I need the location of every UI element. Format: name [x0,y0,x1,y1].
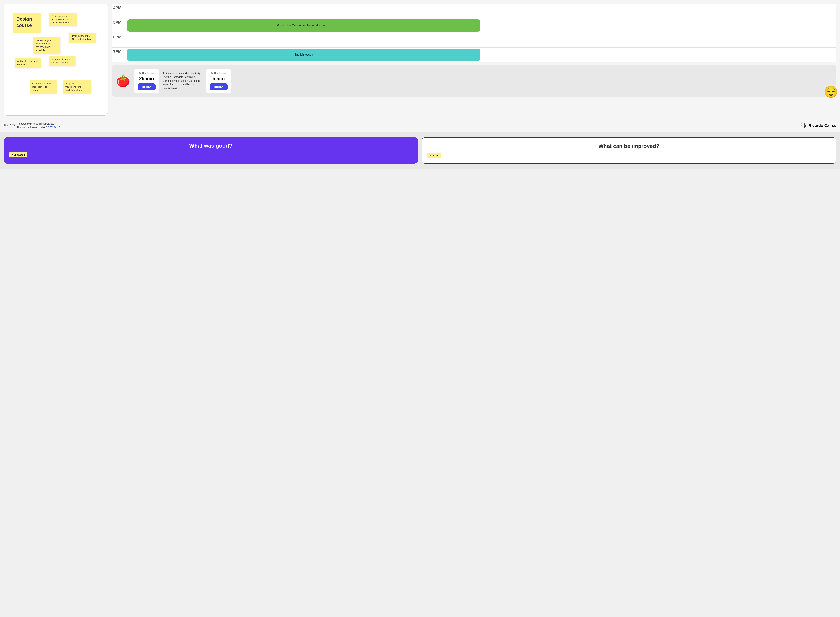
calendar-grid: 4PM 5PM Record the Canvas Intelligent Mi… [112,4,836,62]
sticky-note-writing-book[interactable]: Writing the book on innovation [15,58,41,68]
share-icon: © [12,123,15,128]
event-english-lesson[interactable]: English lesson [127,49,480,61]
bottom-section: What was good? well-spaced What can be i… [0,132,840,169]
sticky-note-design-course[interactable]: Design course [13,13,41,32]
time-label-7pm: 7PM [112,47,126,62]
calendar-row-5pm: 5PM Record the Canvas Intelligent Miro c… [112,18,836,33]
event-record-canvas[interactable]: Record the Canvas Intelligent Miro cours… [127,19,480,32]
time-label-5pm: 5PM [112,18,126,33]
calendar-cell-4pm-1 [126,4,481,18]
time-label-4pm: 4PM [112,4,126,18]
right-panel: 4PM 5PM Record the Canvas Intelligent Mi… [112,4,836,97]
brand-logo: Ricardo Caires [800,123,836,129]
good-panel: What was good? well-spaced [4,137,418,164]
time-label-6pm: 6PM [112,33,126,47]
tomato-icon: 🍅 [116,74,130,88]
iniciar-5min-button[interactable]: Iniciar [210,84,228,90]
sticky-note-prepare-workshop[interactable]: Prepare troubleshooting workshop at Miro [63,80,91,94]
good-note: well-spaced [9,152,27,158]
calendar-cell-5pm-1: Record the Canvas Intelligent Miro cours… [126,18,481,33]
footer-line1: Prepared by Ricardo Tomaz Caires. [17,122,61,125]
brand-icon [800,123,807,129]
good-title: What was good? [9,143,413,149]
improve-title: What can be improved? [427,143,831,149]
sticky-notes-container: Design course Registration and documenta… [9,9,102,110]
iniciar-25min-button[interactable]: Iniciar [138,84,155,90]
improve-note: improve [427,153,441,158]
calendar-cell-5pm-2 [481,18,836,33]
pomodoro-description: To improve focus and productivity, use t… [163,71,203,90]
footer-license-link[interactable]: CC BY-SA 4.0 [46,126,60,128]
calendar-row-4pm: 4PM [112,4,836,18]
timer-25min: ⏱ Cronômetro 25 min Iniciar [134,69,159,93]
footer-line2: This work is licensed under CC BY-SA 4.0 [17,125,61,129]
footer-left: © ⓘ © Prepared by Ricardo Tomaz Caires. … [4,122,60,129]
footer-icons: © ⓘ © [4,123,15,128]
calendar-cell-7pm-2 [481,47,836,62]
sticky-note-record-canvas[interactable]: Record the Canvas Intelligent Miro cours… [30,80,56,94]
timer1-minutes: 25 min [138,76,155,81]
calendar-row-7pm: 7PM English lesson [112,47,836,62]
timer1-label: ⏱ Cronômetro [138,71,155,74]
cc-icon: © [4,123,6,128]
timer2-minutes: 5 min [210,76,228,81]
calendar-row-6pm: 6PM [112,33,836,47]
sticky-board: Design course Registration and documenta… [4,4,108,115]
info-icon: ⓘ [7,123,11,128]
improve-panel: What can be improved? improve [421,137,837,164]
calendar-cell-6pm-1 [126,33,481,47]
relaxed-emoji-icon: 😌 [824,85,838,99]
calendar-cell-4pm-2 [481,4,836,18]
calendar-cell-6pm-2 [481,33,836,47]
timer2-label: ⏱ Cronômetro [210,71,228,74]
calendar-cell-7pm-1: English lesson [126,47,481,62]
sticky-note-create-digital[interactable]: Create a digital transformation project … [34,37,60,54]
timer-5min: ⏱ Cronômetro 5 min Iniciar [206,69,231,93]
footer-text: Prepared by Ricardo Tomaz Caires. This w… [17,122,61,129]
sticky-note-write-article[interactable]: Write an article about VILT on Linkedin [49,56,75,66]
sticky-note-finalizing-miro[interactable]: Finalizing the Miro office project in Br… [69,32,96,43]
svg-point-0 [801,123,805,126]
sticky-note-registration[interactable]: Registration and documentation for a PhD… [49,13,77,26]
footer: © ⓘ © Prepared by Ricardo Tomaz Caires. … [0,119,840,132]
pomodoro-widget: 🍅 ⏱ Cronômetro 25 min Iniciar To improve… [112,65,836,97]
